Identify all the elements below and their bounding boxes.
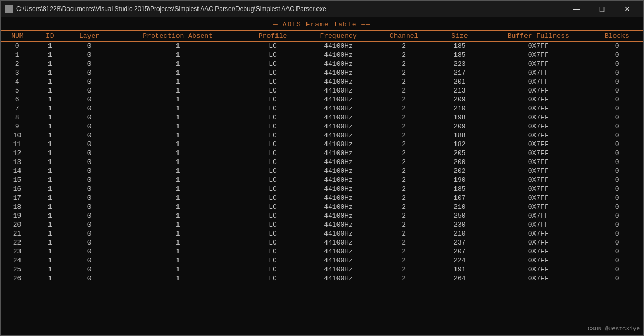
table-cell: 1	[34, 77, 66, 86]
table-cell: 0	[66, 256, 112, 265]
table-cell: 0X7FF	[486, 158, 591, 167]
table-cell: 44100Hz	[302, 220, 374, 229]
table-cell: 209	[433, 95, 486, 104]
maximize-button[interactable]: □	[590, 2, 614, 16]
table-cell: 20	[1, 220, 34, 229]
table-cell: 1	[112, 176, 243, 185]
table-cell: 200	[433, 158, 486, 167]
table-cell: 264	[433, 274, 486, 283]
table-cell: 0X7FF	[486, 274, 591, 283]
table-row: 1101LC44100Hz21850X7FF0	[1, 50, 643, 59]
table-cell: 2	[374, 104, 433, 113]
table-cell: 0	[591, 113, 643, 122]
table-cell: 44100Hz	[302, 202, 374, 211]
table-cell: 207	[433, 247, 486, 256]
table-cell: 1	[112, 104, 243, 113]
table-cell: 0X7FF	[486, 194, 591, 202]
table-cell: 1	[112, 265, 243, 274]
table-cell: 2	[374, 274, 433, 283]
table-cell: 1	[34, 274, 66, 283]
table-cell: 1	[34, 113, 66, 122]
table-cell: 1	[34, 229, 66, 238]
table-cell: LC	[243, 247, 302, 256]
table-row: 24101LC44100Hz22240X7FF0	[1, 256, 643, 265]
table-row: 14101LC44100Hz22020X7FF0	[1, 167, 643, 176]
title-bar: C:\Users\81228\Documents\Visual Studio 2…	[1, 1, 643, 17]
table-cell: LC	[243, 77, 302, 86]
table-cell: LC	[243, 238, 302, 247]
table-row: 0101LC44100Hz21850X7FF0	[1, 42, 643, 51]
table-cell: 0X7FF	[486, 149, 591, 158]
table-row: 13101LC44100Hz22000X7FF0	[1, 158, 643, 167]
table-cell: 2	[374, 229, 433, 238]
table-cell: 209	[433, 122, 486, 131]
table-cell: 0X7FF	[486, 42, 591, 51]
table-cell: 16	[1, 185, 34, 194]
table-cell: 230	[433, 220, 486, 229]
table-cell: LC	[243, 220, 302, 229]
table-cell: 107	[433, 194, 486, 202]
table-cell: 0	[66, 176, 112, 185]
table-cell: 0	[591, 149, 643, 158]
table-cell: 0	[591, 77, 643, 86]
window-title: C:\Users\81228\Documents\Visual Studio 2…	[16, 5, 326, 13]
table-cell: 2	[1, 59, 34, 68]
table-cell: 1	[112, 194, 243, 202]
table-cell: 0	[66, 194, 112, 202]
table-cell: 44100Hz	[302, 176, 374, 185]
table-cell: 2	[374, 176, 433, 185]
table-cell: 0X7FF	[486, 185, 591, 194]
table-cell: 0	[66, 274, 112, 283]
table-cell: 0X7FF	[486, 86, 591, 95]
table-cell: 0	[66, 122, 112, 131]
table-cell: 205	[433, 149, 486, 158]
table-cell: 44100Hz	[302, 211, 374, 220]
table-cell: 0	[66, 113, 112, 122]
table-cell: 0	[591, 131, 643, 140]
table-cell: 2	[374, 95, 433, 104]
table-cell: 0	[66, 185, 112, 194]
table-cell: 2	[374, 77, 433, 86]
table-cell: 1	[34, 140, 66, 149]
table-cell: 0	[591, 247, 643, 256]
table-cell: 0	[591, 95, 643, 104]
app-icon	[5, 5, 13, 13]
table-cell: 1	[112, 68, 243, 77]
col-header-layer: Layer	[66, 31, 112, 42]
table-cell: 0	[591, 68, 643, 77]
table-cell: 0	[66, 140, 112, 149]
table-row: 2101LC44100Hz22230X7FF0	[1, 59, 643, 68]
table-cell: 1	[112, 131, 243, 140]
table-cell: LC	[243, 176, 302, 185]
table-cell: 0X7FF	[486, 131, 591, 140]
table-cell: 2	[374, 68, 433, 77]
table-cell: 0	[591, 50, 643, 59]
close-button[interactable]: ✕	[615, 2, 639, 16]
table-cell: 44100Hz	[302, 238, 374, 247]
title-bar-left: C:\Users\81228\Documents\Visual Studio 2…	[5, 5, 326, 13]
table-cell: 1	[112, 86, 243, 95]
table-row: 10101LC44100Hz21880X7FF0	[1, 131, 643, 140]
table-cell: 1	[112, 50, 243, 59]
table-cell: 14	[1, 167, 34, 176]
table-row: 9101LC44100Hz22090X7FF0	[1, 122, 643, 131]
table-cell: 0X7FF	[486, 77, 591, 86]
col-header-buffer: Buffer Fullness	[486, 31, 591, 42]
table-cell: 2	[374, 185, 433, 194]
window-controls: — □ ✕	[564, 2, 639, 16]
table-cell: 1	[34, 220, 66, 229]
table-wrapper[interactable]: NUM ID Layer Protection Absent Profile F…	[1, 30, 643, 333]
table-cell: 0X7FF	[486, 256, 591, 265]
table-row: 15101LC44100Hz21900X7FF0	[1, 176, 643, 185]
table-cell: LC	[243, 265, 302, 274]
table-cell: 2	[374, 256, 433, 265]
table-cell: 0	[591, 42, 643, 51]
table-cell: 2	[374, 149, 433, 158]
table-cell: 44100Hz	[302, 42, 374, 51]
table-cell: 0	[591, 265, 643, 274]
table-cell: 210	[433, 229, 486, 238]
table-cell: 191	[433, 265, 486, 274]
table-row: 11101LC44100Hz21820X7FF0	[1, 140, 643, 149]
minimize-button[interactable]: —	[564, 2, 589, 16]
adts-frame-table-title: — ADTS Frame Table ——	[1, 19, 643, 30]
